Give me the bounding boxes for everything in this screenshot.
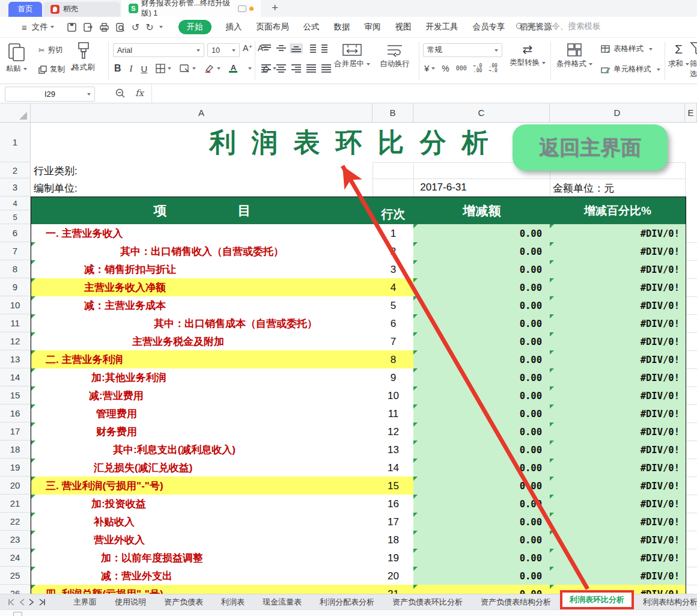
sheet-tab-4[interactable]: 利润表 <box>212 597 254 608</box>
format-painter-button[interactable]: 格式刷 <box>72 41 95 73</box>
cell-D14[interactable]: #DIV/0! <box>550 368 686 388</box>
cell-B10[interactable]: 5 <box>373 296 415 316</box>
decrease-indent-button[interactable] <box>305 43 318 53</box>
cell-D7[interactable]: #DIV/0! <box>550 242 686 261</box>
row-header-10[interactable]: 10 <box>0 296 30 314</box>
row-header-25[interactable]: 25 <box>0 567 30 585</box>
cell-C21[interactable]: 0.00 <box>413 495 551 514</box>
cell-C24[interactable]: 0.00 <box>413 549 551 568</box>
tab-document[interactable]: S 财务报表分析管...终结升级版) 1 <box>121 0 261 17</box>
fill-color-button[interactable] <box>180 64 196 73</box>
cell-A9[interactable]: 主营业务收入净额 <box>31 278 374 297</box>
percent-button[interactable]: % <box>442 64 449 73</box>
menu-item-5[interactable]: 审阅 <box>365 22 381 32</box>
underline-button[interactable]: U <box>141 64 148 74</box>
cell-A19[interactable]: 汇兑损失(减汇兑收益) <box>31 459 374 478</box>
cell-C13[interactable]: 0.00 <box>413 350 551 370</box>
cell-A22[interactable]: 补贴收入 <box>31 513 374 532</box>
zoom-formula-icon[interactable] <box>115 88 126 99</box>
cell-C11[interactable]: 0.00 <box>413 314 551 334</box>
row-header-6[interactable]: 6 <box>0 224 30 242</box>
cell-style-button[interactable]: 单元格样式 <box>601 64 660 75</box>
header-cell-change-amount[interactable]: 增减额 <box>413 197 551 225</box>
cell-C12[interactable]: 0.00 <box>413 332 551 352</box>
print-icon[interactable] <box>99 22 109 32</box>
merge-center-button[interactable]: 合并居中 <box>334 43 370 69</box>
cell-C16[interactable]: 0.00 <box>413 404 551 424</box>
cell-B19[interactable]: 14 <box>373 459 415 478</box>
cell-C6[interactable]: 0.00 <box>413 224 551 243</box>
cell-C7[interactable]: 0.00 <box>413 242 551 261</box>
formula-input[interactable] <box>151 84 697 103</box>
row-header-19[interactable]: 19 <box>0 459 30 477</box>
cell-B22[interactable]: 17 <box>373 513 415 532</box>
cell-B16[interactable]: 11 <box>373 404 415 424</box>
export-icon[interactable] <box>83 22 93 32</box>
cell-C10[interactable]: 0.00 <box>413 296 551 316</box>
header-cell-change-percent[interactable]: 增减百分比% <box>550 197 686 225</box>
column-header-E[interactable]: E <box>685 103 697 122</box>
cell-A24[interactable]: 加：以前年度损益调整 <box>31 549 374 568</box>
row-header-21[interactable]: 21 <box>0 495 30 513</box>
menu-item-4[interactable]: 数据 <box>334 22 350 32</box>
report-date[interactable]: 2017-6-31 <box>413 181 473 194</box>
sheet-tab-6[interactable]: 利润分配表分析 <box>311 597 383 608</box>
column-header-A[interactable]: A <box>31 103 373 122</box>
cell-B21[interactable]: 16 <box>373 495 415 514</box>
last-sheet-icon[interactable] <box>38 599 46 606</box>
cell-C23[interactable]: 0.00 <box>413 531 551 550</box>
highlight-color-button[interactable] <box>204 64 221 73</box>
toolbar-more-icon[interactable] <box>159 26 163 28</box>
cell-A21[interactable]: 加:投资收益 <box>31 495 374 514</box>
column-header-B[interactable]: B <box>373 103 413 122</box>
menu-start[interactable]: 开始 <box>178 20 212 34</box>
row-header-8[interactable]: 8 <box>0 260 30 278</box>
row-header-12[interactable]: 12 <box>0 332 30 350</box>
menu-item-7[interactable]: 开发工具 <box>426 22 458 32</box>
increase-decimal-button[interactable]: ←.0.00 <box>473 64 482 73</box>
header-cell-line-no[interactable]: 行次 <box>373 197 415 225</box>
cell-A8[interactable]: 减：销售折扣与折让 <box>31 260 374 279</box>
cell-C19[interactable]: 0.00 <box>413 459 551 478</box>
align-middle-button[interactable] <box>275 43 288 53</box>
cell-C17[interactable]: 0.00 <box>413 422 551 442</box>
number-format-select[interactable]: 常规 <box>423 43 502 57</box>
row-header-7[interactable]: 7 <box>0 242 30 260</box>
cell-B20[interactable]: 15 <box>373 477 415 496</box>
back-to-main-button[interactable]: 返回主界面 <box>513 124 668 171</box>
prev-sheet-icon[interactable] <box>19 599 25 606</box>
save-icon[interactable] <box>67 22 77 32</box>
sheet-tab-8[interactable]: 资产负债表结构分析 <box>472 597 560 608</box>
justify-button[interactable] <box>305 63 318 73</box>
cell-C26[interactable]: 0.00 <box>413 585 551 594</box>
menu-item-6[interactable]: 视图 <box>395 22 412 32</box>
sheet-tab-active[interactable]: 利润表环比分析 <box>560 590 634 609</box>
cell-B7[interactable]: 2 <box>373 242 415 261</box>
hamburger-icon[interactable]: ≡ <box>22 22 27 32</box>
sheet-tab-5[interactable]: 现金流量表 <box>254 597 311 608</box>
header-cell-item[interactable]: 项目 <box>31 197 374 225</box>
cell-B24[interactable]: 19 <box>373 549 415 568</box>
cell-D23[interactable]: #DIV/0! <box>550 531 686 550</box>
sheet-tab-3[interactable]: 资产负债表 <box>155 597 212 608</box>
filter-button[interactable]: 筛选 <box>690 41 697 79</box>
cell-D6[interactable]: #DIV/0! <box>550 224 686 243</box>
row-header-9[interactable]: 9 <box>0 278 30 296</box>
cell-A11[interactable]: 其中：出口销售成本（自营或委托） <box>31 314 374 334</box>
align-right-button[interactable] <box>290 63 303 73</box>
cell-A16[interactable]: 管理费用 <box>31 404 374 424</box>
cell-A14[interactable]: 加:其他业务利润 <box>31 368 374 388</box>
font-size-select[interactable]: 10 <box>207 43 240 57</box>
row-header-26[interactable]: 26 <box>0 585 30 594</box>
prepared-by-label[interactable]: 编制单位: <box>34 181 78 195</box>
row-header-11[interactable]: 11 <box>0 314 30 332</box>
cell-A7[interactable]: 其中：出口销售收入（自营或委托） <box>31 242 374 261</box>
cell-D11[interactable]: #DIV/0! <box>550 314 686 334</box>
fx-icon[interactable]: fx <box>135 88 144 99</box>
cell-A12[interactable]: 主营业务税金及附加 <box>31 332 374 352</box>
sheet-tab-10[interactable]: 利润表结构分析 <box>634 597 697 608</box>
sheet-tab-7[interactable]: 资产负债表环比分析 <box>383 597 472 608</box>
bold-button[interactable]: B <box>114 63 121 74</box>
redo-icon[interactable]: ↻ <box>145 22 153 33</box>
cell-D16[interactable]: #DIV/0! <box>550 404 686 424</box>
